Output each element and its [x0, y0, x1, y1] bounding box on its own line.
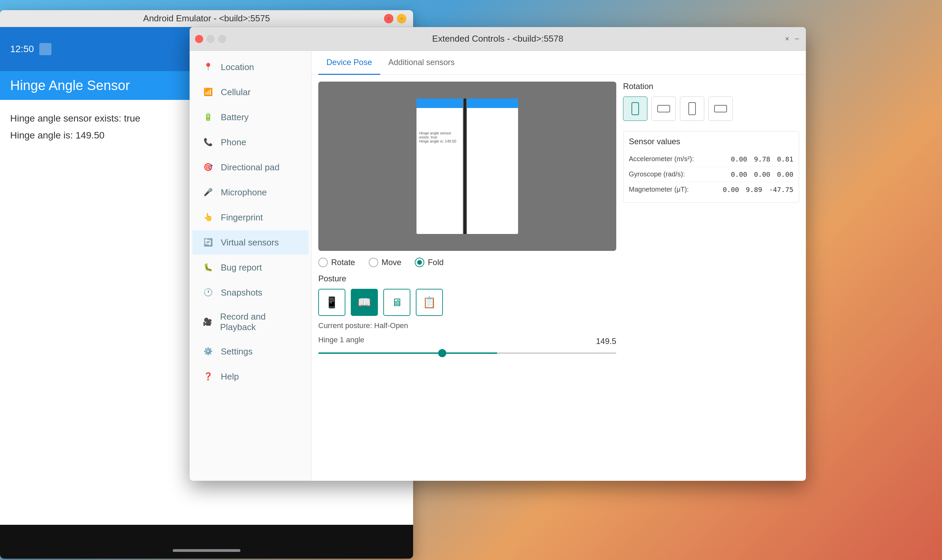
sensor-values-title: Sensor values	[629, 137, 793, 146]
ext-minimize-button[interactable]	[206, 35, 215, 43]
tab-additional-sensors[interactable]: Additional sensors	[380, 51, 463, 75]
device-preview: Hinge angle sensor exists: true Hinge an…	[318, 82, 616, 251]
posture-btn-3[interactable]: 🖥	[383, 289, 410, 316]
fold-content-mini: Hinge angle sensor exists: true Hinge an…	[417, 108, 463, 146]
posture-btn-1[interactable]: 📱	[318, 289, 345, 316]
location-icon: 📍	[202, 61, 214, 73]
pose-right-panel: Rotation	[623, 82, 799, 474]
emulator-minimize-button[interactable]: −	[397, 14, 406, 23]
sidebar-item-location[interactable]: 📍 Location	[192, 55, 308, 79]
rotate-radio-circle	[318, 258, 328, 267]
cellular-icon: 📶	[202, 86, 214, 98]
posture-btn-2[interactable]: 📖	[351, 289, 378, 316]
phone-time: 12:50	[10, 44, 34, 54]
ext-titlebar-buttons	[195, 35, 226, 43]
sidebar-label-help: Help	[221, 371, 239, 382]
sidebar-item-virtual-sensors[interactable]: 🔄 Virtual sensors	[192, 230, 308, 255]
sidebar-item-microphone[interactable]: 🎤 Microphone	[192, 180, 308, 205]
pose-content: Hinge angle sensor exists: true Hinge an…	[311, 75, 806, 481]
sidebar-item-snapshots[interactable]: 🕐 Snapshots	[192, 280, 308, 305]
sidebar-item-record-playback[interactable]: 🎥 Record and Playback	[192, 305, 308, 338]
rotation-btn-landscape-right[interactable]	[708, 97, 733, 121]
mag-v3: -47.75	[769, 186, 793, 194]
ext-maximize-button[interactable]	[218, 35, 226, 43]
svg-rect-0	[632, 103, 639, 115]
current-posture-text: Current posture: Half-Open	[318, 321, 616, 330]
extended-controls-window: Extended Controls - <build>:5578 × − 📍 L…	[189, 27, 806, 481]
phone-status-icon	[39, 43, 51, 55]
ext-titlebar-right: × −	[785, 35, 799, 43]
tab-device-pose[interactable]: Device Pose	[318, 51, 380, 75]
sensor-values-section: Sensor values Accelerometer (m/s²): 0.00…	[623, 131, 799, 203]
ext-body: 📍 Location 📶 Cellular 🔋 Battery 📞 Phone …	[189, 51, 806, 481]
sidebar-item-help[interactable]: ❓ Help	[192, 364, 308, 389]
fold-appbar-mini-right	[467, 98, 518, 108]
sidebar-label-phone: Phone	[221, 137, 246, 148]
accel-v2: 9.78	[754, 155, 770, 163]
tabs-bar: Device Pose Additional sensors	[311, 51, 806, 75]
rotation-btn-portrait[interactable]	[623, 97, 647, 121]
sidebar-item-bug-report[interactable]: 🐛 Bug report	[192, 255, 308, 280]
mag-v2: 9.89	[746, 186, 762, 194]
hinge-angle-value: 149.5	[596, 337, 616, 346]
fold-radio[interactable]: Fold	[415, 258, 443, 267]
settings-icon: ⚙️	[202, 345, 214, 357]
posture-icon-group: 📱 📖 🖥 📋	[318, 289, 616, 316]
posture-heading: Posture	[318, 274, 616, 283]
fold-label: Fold	[428, 258, 443, 267]
sensor-row-magnetometer: Magnetometer (μT): 0.00 9.89 -47.75	[629, 182, 793, 197]
hinge-angle-label: Hinge 1 angle	[318, 335, 364, 344]
magnetometer-values: 0.00 9.89 -47.75	[723, 186, 793, 194]
sidebar-label-location: Location	[221, 62, 254, 72]
sidebar-label-bug-report: Bug report	[221, 262, 262, 273]
gyro-v1: 0.00	[731, 170, 747, 178]
ext-title: Extended Controls - <build>:5578	[432, 34, 563, 44]
ext-win-min-button[interactable]: −	[795, 35, 799, 43]
rotation-section: Rotation	[623, 82, 799, 121]
ext-win-close-button[interactable]: ×	[785, 35, 789, 43]
sensor-row-gyroscope: Gyroscope (rad/s): 0.00 0.00 0.00	[629, 167, 793, 182]
fold-appbar-mini	[417, 98, 463, 108]
sidebar-item-fingerprint[interactable]: 👆 Fingerprint	[192, 205, 308, 229]
sidebar-label-settings: Settings	[221, 346, 252, 357]
hinge-slider-container	[318, 352, 616, 354]
sidebar-item-battery[interactable]: 🔋 Battery	[192, 105, 308, 129]
battery-icon: 🔋	[202, 111, 214, 123]
fold-device: Hinge angle sensor exists: true Hinge an…	[417, 98, 518, 234]
content-area: Device Pose Additional sensors	[311, 51, 806, 481]
rotation-btn-portrait-reverse[interactable]	[680, 97, 704, 121]
sidebar-item-cellular[interactable]: 📶 Cellular	[192, 80, 308, 104]
rotate-label: Rotate	[331, 258, 355, 267]
posture-controls: Posture 📱 📖 🖥 📋 Current posture: Half-Op…	[318, 274, 616, 354]
bug-icon: 🐛	[202, 262, 214, 274]
fingerprint-icon: 👆	[202, 211, 214, 223]
move-radio[interactable]: Move	[369, 258, 402, 267]
svg-rect-3	[714, 105, 727, 112]
gyro-v2: 0.00	[754, 170, 770, 178]
svg-rect-2	[689, 103, 696, 115]
record-icon: 🎥	[202, 316, 213, 328]
phone-home-indicator	[173, 549, 240, 552]
phone-bottom-bar	[0, 525, 413, 558]
emulator-controls: × −	[384, 14, 406, 23]
rotation-buttons	[623, 97, 799, 121]
ext-titlebar: Extended Controls - <build>:5578 × −	[189, 27, 806, 51]
posture-btn-4[interactable]: 📋	[416, 289, 443, 316]
sidebar-item-settings[interactable]: ⚙️ Settings	[192, 339, 308, 364]
phone-icon: 📞	[202, 136, 214, 148]
fold-left-panel: Hinge angle sensor exists: true Hinge an…	[417, 98, 463, 234]
emulator-close-button[interactable]: ×	[384, 14, 394, 23]
hinge-slider[interactable]	[318, 352, 616, 354]
magnetometer-label: Magnetometer (μT):	[629, 186, 723, 194]
help-icon: ❓	[202, 371, 214, 383]
move-label: Move	[382, 258, 402, 267]
sidebar-label-virtual-sensors: Virtual sensors	[221, 237, 279, 248]
sidebar-item-directional-pad[interactable]: 🎯 Directional pad	[192, 155, 308, 180]
ext-close-button[interactable]	[195, 35, 203, 43]
mag-v1: 0.00	[723, 186, 739, 194]
sensor-row-accelerometer: Accelerometer (m/s²): 0.00 9.78 0.81	[629, 152, 793, 167]
rotation-btn-landscape-left[interactable]	[651, 97, 676, 121]
fold-hinge	[463, 98, 466, 234]
sidebar-item-phone[interactable]: 📞 Phone	[192, 130, 308, 154]
rotate-radio[interactable]: Rotate	[318, 258, 355, 267]
